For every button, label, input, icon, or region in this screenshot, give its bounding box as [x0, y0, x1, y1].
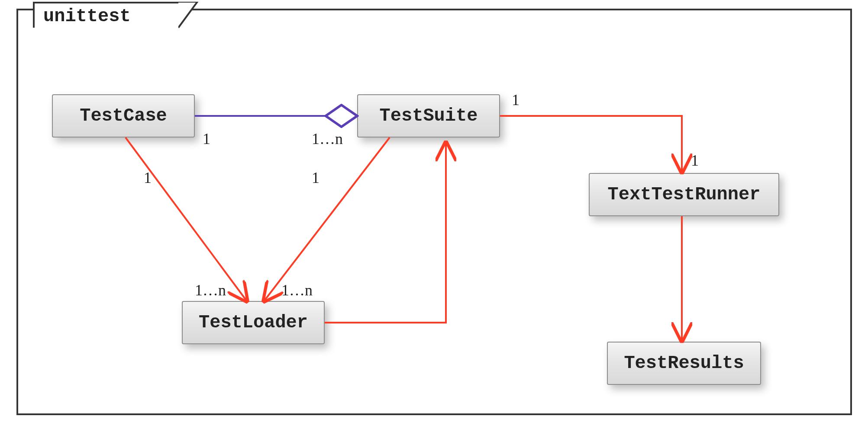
class-testcase: TestCase — [52, 94, 195, 138]
mult-testcase-loader-1: 1 — [144, 169, 152, 187]
mult-testsuite-runner-1a: 1 — [512, 91, 520, 109]
mult-testsuite-1n: 1…n — [312, 130, 343, 148]
class-testresults: TestResults — [607, 342, 761, 385]
class-label: TestResults — [624, 353, 744, 374]
class-label: TestCase — [80, 106, 167, 126]
class-label: TestSuite — [380, 106, 478, 126]
class-testsuite: TestSuite — [357, 94, 500, 138]
mult-testsuite-runner-1b: 1 — [691, 151, 699, 170]
mult-loader-1n-right: 1…n — [281, 281, 313, 299]
mult-testsuite-loader-1: 1 — [312, 169, 319, 187]
class-texttestrunner: TextTestRunner — [589, 173, 779, 216]
class-label: TestLoader — [199, 312, 308, 333]
mult-loader-1n-left: 1…n — [195, 281, 226, 299]
package-title: unittest — [43, 6, 131, 27]
package-tab-diagonal — [178, 2, 199, 29]
uml-canvas: unittest TestCase TestSuite TextTestRunn… — [0, 0, 868, 429]
mult-testcase-1: 1 — [203, 130, 210, 148]
class-testloader: TestLoader — [182, 301, 325, 344]
class-label: TextTestRunner — [608, 184, 761, 205]
